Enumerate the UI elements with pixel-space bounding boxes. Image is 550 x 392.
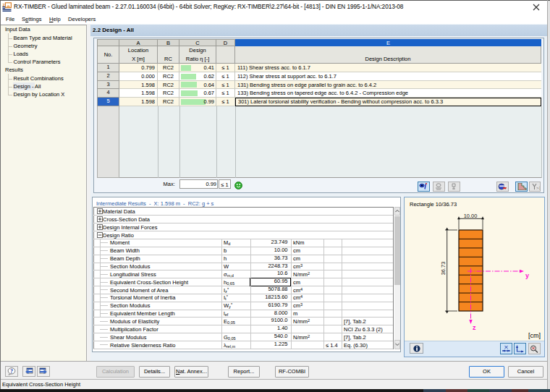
- svg-text:10.00: 10.00: [464, 213, 478, 219]
- svg-text:2: 2: [3, 3, 5, 7]
- svg-text:z: z: [473, 324, 476, 331]
- svg-text:?: ?: [10, 368, 13, 375]
- svg-text:36.73: 36.73: [440, 262, 447, 276]
- svg-text:[cm]: [cm]: [528, 332, 541, 339]
- svg-text:>1: >1: [536, 186, 540, 190]
- svg-text:y: y: [525, 272, 529, 279]
